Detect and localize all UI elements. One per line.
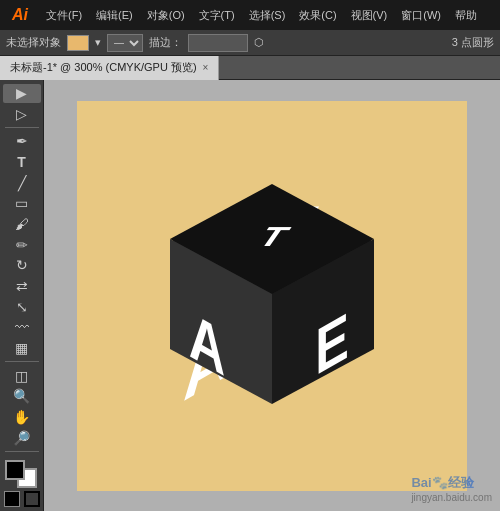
menu-bar: 文件(F) 编辑(E) 对象(O) 文字(T) 选择(S) 效果(C) 视图(V… <box>40 6 494 25</box>
gradient-tool[interactable]: ◫ <box>3 366 41 385</box>
rect-tool[interactable]: ▭ <box>3 194 41 213</box>
line-tool[interactable]: ╱ <box>3 173 41 192</box>
document-tab[interactable]: 未标题-1* @ 300% (CMYK/GPU 预览) × <box>0 56 219 80</box>
title-bar: Ai 文件(F) 编辑(E) 对象(O) 文字(T) 选择(S) 效果(C) 视… <box>0 0 500 30</box>
hand-tool[interactable]: ✋ <box>3 408 41 427</box>
paintbrush-tool[interactable]: 🖌 <box>3 215 41 234</box>
watermark-logo: Bai🐾经验 <box>411 474 492 492</box>
tab-bar: 未标题-1* @ 300% (CMYK/GPU 预览) × <box>0 56 500 80</box>
menu-select[interactable]: 选择(S) <box>243 6 292 25</box>
selection-tool[interactable]: ▶ <box>3 84 41 103</box>
shape-label: 3 点圆形 <box>452 35 494 50</box>
cube-graphic: T A E T A <box>132 156 412 436</box>
tab-title: 未标题-1* @ 300% (CMYK/GPU 预览) <box>10 60 197 75</box>
no-selection-label: 未选择对象 <box>6 35 61 50</box>
tab-close-button[interactable]: × <box>203 62 209 73</box>
watermark: Bai🐾经验 jingyan.baidu.com <box>411 474 492 503</box>
tool-divider-1 <box>5 127 39 128</box>
menu-object[interactable]: 对象(O) <box>141 6 191 25</box>
fill-stroke-row <box>4 491 40 507</box>
eyedropper-tool[interactable]: 🔍 <box>3 387 41 406</box>
foreground-color-swatch[interactable] <box>5 460 25 480</box>
type-tool[interactable]: T <box>3 153 41 172</box>
stroke-label: 描边： <box>149 35 182 50</box>
tool-divider-3 <box>5 451 39 452</box>
stroke-style-select[interactable]: — <box>107 34 143 52</box>
toolbar: ▶ ▷ ✒ T ╱ ▭ 🖌 ✏ ↻ ⇄ ⤡ 〰 ▦ ◫ 🔍 ✋ 🔎 <box>0 80 44 511</box>
menu-text[interactable]: 文字(T) <box>193 6 241 25</box>
rotate-tool[interactable]: ↻ <box>3 256 41 275</box>
graph-tool[interactable]: ▦ <box>3 339 41 358</box>
warp-tool[interactable]: 〰 <box>3 318 41 337</box>
watermark-url: jingyan.baidu.com <box>411 492 492 503</box>
reflect-tool[interactable]: ⇄ <box>3 277 41 296</box>
zoom-tool[interactable]: 🔎 <box>3 428 41 447</box>
tool-divider-2 <box>5 361 39 362</box>
ai-logo: Ai <box>6 6 34 24</box>
main-area: ▶ ▷ ✒ T ╱ ▭ 🖌 ✏ ↻ ⇄ ⤡ 〰 ▦ ◫ 🔍 ✋ 🔎 <box>0 80 500 511</box>
options-bar: 未选择对象 ▾ — 描边： ⬡ 3 点圆形 <box>0 30 500 56</box>
fill-arrow: ▾ <box>95 36 101 49</box>
scale-tool[interactable]: ⤡ <box>3 297 41 316</box>
menu-view[interactable]: 视图(V) <box>345 6 394 25</box>
menu-help[interactable]: 帮助 <box>449 6 483 25</box>
menu-edit[interactable]: 编辑(E) <box>90 6 139 25</box>
menu-window[interactable]: 窗口(W) <box>395 6 447 25</box>
stroke-box[interactable] <box>24 491 40 507</box>
menu-file[interactable]: 文件(F) <box>40 6 88 25</box>
menu-effect[interactable]: 效果(C) <box>293 6 342 25</box>
pencil-tool[interactable]: ✏ <box>3 235 41 254</box>
canvas-area[interactable]: T A E T A <box>44 80 500 511</box>
fill-box[interactable] <box>4 491 20 507</box>
fill-swatch[interactable] <box>67 35 89 51</box>
color-boxes <box>3 460 41 485</box>
stroke-input[interactable] <box>188 34 248 52</box>
pen-tool[interactable]: ✒ <box>3 132 41 151</box>
direct-selection-tool[interactable]: ▷ <box>3 105 41 124</box>
canvas-document: T A E T A <box>77 101 467 491</box>
stroke-arrows: ⬡ <box>254 36 264 49</box>
